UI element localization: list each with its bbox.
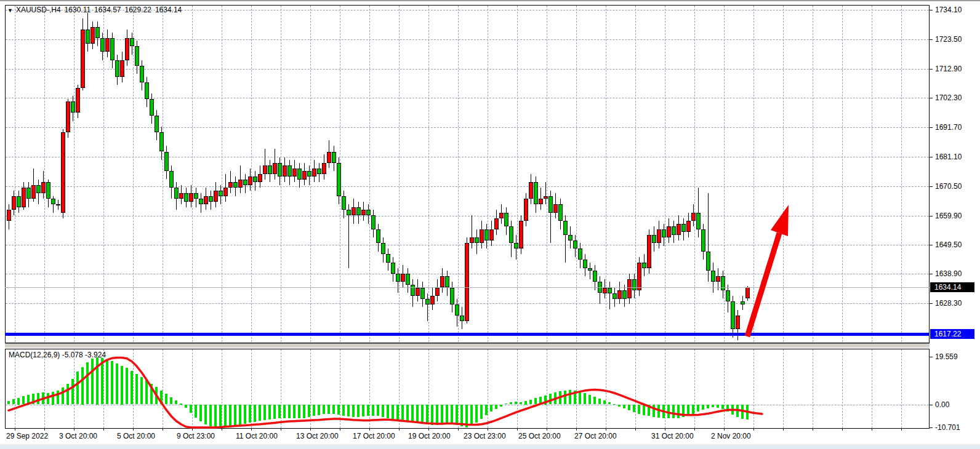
candle[interactable] xyxy=(420,288,425,299)
candle[interactable] xyxy=(677,224,681,235)
candle[interactable] xyxy=(66,101,70,132)
candle[interactable] xyxy=(701,229,705,252)
candle[interactable] xyxy=(51,199,55,204)
candle[interactable] xyxy=(386,254,390,263)
candle[interactable] xyxy=(125,38,129,60)
candle[interactable] xyxy=(411,285,415,296)
candle[interactable] xyxy=(155,116,159,132)
candle[interactable] xyxy=(356,207,361,216)
candle[interactable] xyxy=(741,301,745,304)
candle[interactable] xyxy=(361,210,366,215)
candle[interactable] xyxy=(632,279,637,290)
candle[interactable] xyxy=(391,263,395,274)
candle[interactable] xyxy=(726,290,730,301)
candle[interactable] xyxy=(558,204,563,221)
candle[interactable] xyxy=(371,215,376,229)
candle[interactable] xyxy=(617,290,622,299)
candle[interactable] xyxy=(159,132,164,152)
candle[interactable] xyxy=(504,213,508,227)
candle[interactable] xyxy=(652,235,656,244)
candle[interactable] xyxy=(430,296,435,304)
candle[interactable] xyxy=(248,177,252,185)
candle[interactable] xyxy=(672,226,676,235)
candle[interactable] xyxy=(164,152,169,172)
candle[interactable] xyxy=(268,165,272,174)
candle[interactable] xyxy=(470,237,474,243)
candle[interactable] xyxy=(7,210,11,221)
candle[interactable] xyxy=(36,185,41,194)
candle[interactable] xyxy=(169,171,174,188)
pane-separator[interactable] xyxy=(5,343,930,348)
candle[interactable] xyxy=(480,229,484,244)
candle[interactable] xyxy=(90,27,95,44)
candle[interactable] xyxy=(435,288,440,296)
candle[interactable] xyxy=(347,210,351,215)
candle[interactable] xyxy=(140,66,144,82)
candle[interactable] xyxy=(686,221,691,232)
candle[interactable] xyxy=(71,101,75,113)
candle[interactable] xyxy=(627,279,632,299)
candle[interactable] xyxy=(366,210,371,215)
candle[interactable] xyxy=(642,263,646,268)
candle[interactable] xyxy=(31,185,36,199)
candle[interactable] xyxy=(253,177,257,182)
candle[interactable] xyxy=(223,188,228,196)
candle[interactable] xyxy=(317,169,321,174)
candle[interactable] xyxy=(637,263,641,290)
candle[interactable] xyxy=(61,132,65,213)
candle[interactable] xyxy=(17,196,21,207)
candle[interactable] xyxy=(716,276,720,282)
candle[interactable] xyxy=(12,196,16,210)
candle[interactable] xyxy=(745,287,750,298)
candle[interactable] xyxy=(736,316,740,330)
candle[interactable] xyxy=(135,46,139,66)
candle[interactable] xyxy=(445,276,449,287)
candle[interactable] xyxy=(376,229,380,244)
candle[interactable] xyxy=(662,229,666,238)
candle[interactable] xyxy=(302,171,307,180)
candle[interactable] xyxy=(184,193,188,202)
candle[interactable] xyxy=(86,30,90,44)
candle[interactable] xyxy=(524,199,528,221)
candle[interactable] xyxy=(539,199,543,204)
candle[interactable] xyxy=(194,193,198,199)
candle[interactable] xyxy=(401,274,405,282)
candle[interactable] xyxy=(588,268,592,271)
candle[interactable] xyxy=(519,221,523,248)
candle[interactable] xyxy=(406,274,410,285)
support-line[interactable] xyxy=(5,333,930,336)
candle[interactable] xyxy=(455,304,459,316)
candle[interactable] xyxy=(667,226,671,237)
candle[interactable] xyxy=(460,316,464,321)
candle[interactable] xyxy=(696,213,701,229)
candle[interactable] xyxy=(100,38,105,52)
candle[interactable] xyxy=(209,196,213,202)
candle[interactable] xyxy=(657,229,661,244)
candle[interactable] xyxy=(529,182,533,199)
candle[interactable] xyxy=(568,235,572,240)
candle[interactable] xyxy=(534,182,538,204)
candle[interactable] xyxy=(647,235,651,268)
candle[interactable] xyxy=(711,271,715,282)
candle[interactable] xyxy=(204,196,208,205)
candle[interactable] xyxy=(608,288,612,293)
candle[interactable] xyxy=(573,240,577,249)
candle[interactable] xyxy=(484,229,489,240)
candle[interactable] xyxy=(322,163,326,174)
candle[interactable] xyxy=(548,196,553,213)
candle[interactable] xyxy=(721,276,725,290)
candle[interactable] xyxy=(544,196,548,199)
candle[interactable] xyxy=(110,38,114,60)
candle[interactable] xyxy=(416,288,420,296)
candle[interactable] xyxy=(440,276,444,287)
candle[interactable] xyxy=(342,196,346,210)
candle[interactable] xyxy=(381,243,385,254)
candle[interactable] xyxy=(219,191,223,196)
candle[interactable] xyxy=(258,174,262,183)
candle[interactable] xyxy=(120,60,124,77)
candle[interactable] xyxy=(105,38,110,52)
candle[interactable] xyxy=(174,188,179,199)
candle[interactable] xyxy=(287,165,292,177)
candle[interactable] xyxy=(115,60,119,77)
candle[interactable] xyxy=(56,204,60,205)
